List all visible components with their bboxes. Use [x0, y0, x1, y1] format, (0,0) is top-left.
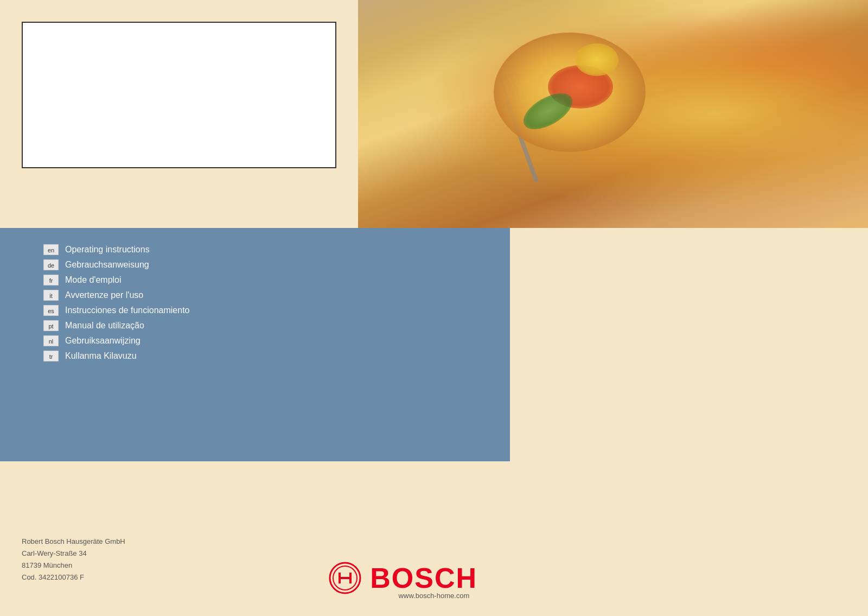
language-item-fr: frMode d'emploi: [43, 275, 189, 285]
lang-text-en: Operating instructions: [65, 245, 150, 255]
lang-code-en: en: [43, 244, 59, 255]
food-image: [358, 0, 868, 228]
bosch-brand-name: BOSCH: [370, 562, 477, 594]
content-box: [22, 22, 336, 168]
lang-code-nl: nl: [43, 335, 59, 346]
lang-text-de: Gebrauchsanweisung: [65, 260, 149, 270]
language-item-nl: nlGebruiksaanwijzing: [43, 335, 189, 346]
language-item-en: enOperating instructions: [43, 244, 189, 255]
lang-text-nl: Gebruiksaanwijzing: [65, 336, 141, 346]
footer-line4: Cod. 3422100736 F: [22, 571, 125, 583]
website-url: www.bosch-home.com: [399, 592, 470, 600]
lang-code-tr: tr: [43, 351, 59, 361]
lang-text-it: Avvertenze per l'uso: [65, 290, 143, 300]
lang-code-de: de: [43, 259, 59, 270]
language-item-pt: ptManual de utilização: [43, 320, 189, 331]
svg-rect-9: [339, 577, 352, 579]
lang-code-pt: pt: [43, 320, 59, 331]
footer-line3: 81739 München: [22, 560, 125, 571]
language-item-de: deGebrauchsanweisung: [43, 259, 189, 270]
footer-line1: Robert Bosch Hausgeräte GmbH: [22, 536, 125, 548]
lang-code-it: it: [43, 290, 59, 301]
language-list: enOperating instructionsdeGebrauchsanwei…: [43, 244, 189, 361]
lang-code-es: es: [43, 305, 59, 316]
blue-right-section: enOperating instructionsdeGebrauchsanwei…: [0, 228, 510, 461]
lang-text-es: Instrucciones de funcionamiento: [65, 306, 189, 315]
bosch-circle-icon: [329, 562, 361, 594]
lang-text-fr: Mode d'emploi: [65, 275, 122, 285]
language-item-it: itAvvertenze per l'uso: [43, 290, 189, 301]
language-item-es: esInstrucciones de funcionamiento: [43, 305, 189, 316]
footer-address: Robert Bosch Hausgeräte GmbH Carl-Wery-S…: [22, 536, 125, 583]
bosch-logo-area: BOSCH: [329, 562, 477, 594]
language-item-tr: trKullanma Kilavuzu: [43, 351, 189, 361]
lang-text-tr: Kullanma Kilavuzu: [65, 351, 137, 361]
footer-line2: Carl-Wery-Straße 34: [22, 548, 125, 560]
lang-text-pt: Manual de utilização: [65, 321, 144, 331]
lang-code-fr: fr: [43, 275, 59, 285]
